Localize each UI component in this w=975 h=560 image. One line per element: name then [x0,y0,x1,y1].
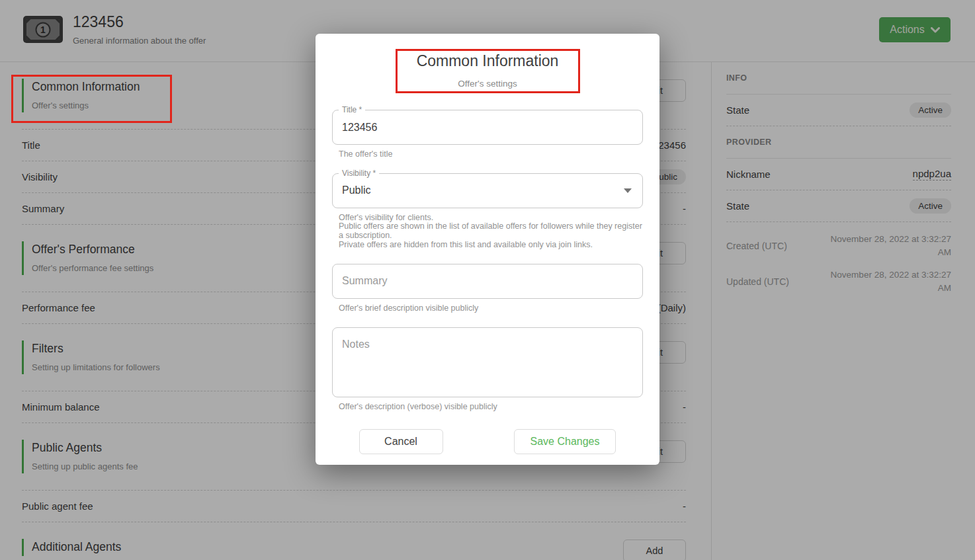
save-changes-button[interactable]: Save Changes [514,429,616,454]
title-field-label: Title * [339,105,365,114]
dialog-title: Common Information [332,52,643,70]
summary-helper: Offer's brief description visible public… [339,304,643,313]
dropdown-arrow-icon [624,188,632,193]
offer-details-page: 1 123456 General information about the o… [0,0,975,560]
title-input[interactable] [333,110,642,144]
summary-field [332,264,643,299]
visibility-field-label: Visibility * [339,169,379,178]
summary-input[interactable] [333,264,642,298]
title-field: Title * [332,110,643,145]
visibility-helper: Offer's visibility for clients. Public o… [339,214,643,250]
notes-field [332,327,643,397]
dialog-actions: Cancel Save Changes [332,429,643,454]
visibility-field: Visibility * Public [332,173,643,208]
dialog-subtitle: Offer's settings [332,79,643,89]
cancel-button[interactable]: Cancel [359,429,443,454]
common-information-dialog: Common Information Offer's settings Titl… [316,34,659,465]
notes-input[interactable] [333,328,642,397]
notes-helper: Offer's description (verbose) visible pu… [339,403,643,412]
title-helper: The offer's title [339,150,643,159]
visibility-selected-value: Public [342,184,371,196]
visibility-select[interactable]: Public [333,174,642,208]
